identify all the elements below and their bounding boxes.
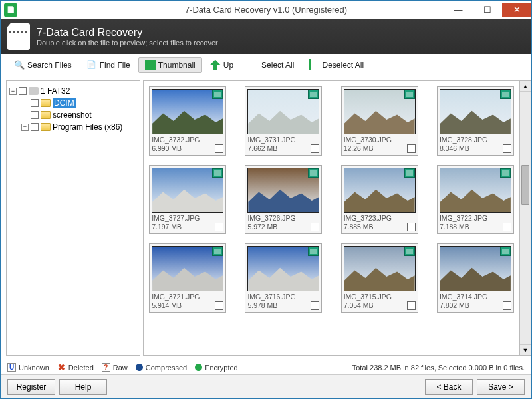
tree-checkbox[interactable]	[31, 123, 39, 131]
image-type-badge	[500, 90, 511, 99]
thumbnail-filesize: 5.914 MB	[152, 301, 223, 310]
thumbnail-filename: IMG_3722.JPG	[440, 214, 511, 223]
app-icon	[4, 3, 17, 17]
legend-deleted: ✖Deleted	[57, 363, 94, 372]
content-area: − 1 FAT32 DCIMscreenshot+Program Files (…	[1, 76, 531, 360]
thumbnail-image	[152, 89, 223, 134]
tree-checkbox[interactable]	[19, 87, 27, 95]
thumbnail-checkbox[interactable]	[311, 144, 319, 153]
close-button[interactable]: ✕	[502, 3, 531, 17]
thumbnail-card[interactable]: IMG_3728.JPG8.346 MB	[437, 86, 514, 156]
select-all-button[interactable]: Select All	[241, 57, 301, 73]
thumbnail-card[interactable]: IMG_3731.JPG7.662 MB	[245, 86, 322, 156]
status-text: Total 238.2 MB in 82 files, Selected 0.0…	[352, 364, 525, 372]
search-files-button[interactable]: Search Files	[7, 57, 78, 73]
thumbnail-info: IMG_3715.JPG7.054 MB	[344, 293, 416, 310]
maximize-button[interactable]: ☐	[473, 3, 502, 17]
thumbnail-info: IMG_3722.JPG7.188 MB	[440, 214, 511, 231]
deselect-all-button[interactable]: Deselect All	[302, 57, 370, 73]
thumbnail-card[interactable]: IMG_3732.JPG6.990 MB	[149, 86, 226, 156]
thumbnail-checkbox[interactable]	[407, 144, 416, 153]
folder-icon	[41, 111, 51, 119]
thumbnail-filename: IMG_3723.JPG	[344, 214, 416, 223]
thumbnail-card[interactable]: IMG_3730.JPG12.26 MB	[341, 86, 418, 156]
thumbnail-info: IMG_3714.JPG7.802 MB	[440, 293, 511, 310]
image-type-badge	[404, 168, 415, 178]
register-button[interactable]: Register	[7, 379, 55, 395]
up-label: Up	[223, 61, 233, 70]
help-button[interactable]: Help	[59, 379, 107, 395]
thumbnail-checkbox[interactable]	[215, 144, 223, 153]
tree-checkbox[interactable]	[31, 99, 39, 107]
thumbnail-card[interactable]: IMG_3726.JPG5.972 MB	[245, 165, 322, 234]
thumbnail-checkbox[interactable]	[311, 301, 319, 310]
thumbnail-card[interactable]: IMG_3715.JPG7.054 MB	[341, 243, 418, 313]
footer-bar: Register Help < Back Save >	[1, 374, 531, 398]
thumbnail-info: IMG_3731.JPG7.662 MB	[247, 136, 319, 153]
scroll-track[interactable]	[520, 92, 531, 344]
thumbnail-checkbox[interactable]	[311, 223, 319, 231]
thumbnail-checkbox[interactable]	[407, 223, 416, 231]
thumbnail-label: Thumbnail	[158, 61, 196, 70]
minimize-button[interactable]: —	[444, 3, 473, 17]
thumbnail-checkbox[interactable]	[407, 301, 416, 310]
tree-item-label: DCIM	[53, 98, 76, 108]
thumbnail-image	[344, 89, 416, 134]
tree-root-label: 1 FAT32	[41, 86, 70, 96]
tree-item[interactable]: +Program Files (x86)	[9, 121, 137, 133]
tree-item[interactable]: DCIM	[9, 97, 137, 109]
thumbnail-icon	[145, 60, 156, 70]
scroll-handle[interactable]	[521, 165, 529, 205]
scroll-up-button[interactable]: ▲	[520, 81, 531, 92]
tree-root[interactable]: − 1 FAT32	[9, 85, 137, 97]
toolbar: Search Files Find File Thumbnail Up Sele…	[1, 54, 531, 76]
thumbnail-info: IMG_3726.JPG5.972 MB	[247, 214, 319, 231]
raw-icon: ?	[102, 363, 110, 372]
thumbnail-card[interactable]: IMG_3723.JPG7.885 MB	[341, 165, 418, 234]
up-icon	[210, 60, 221, 70]
image-type-badge	[500, 247, 511, 256]
thumbnail-filesize: 7.885 MB	[344, 223, 416, 231]
thumbnail-image	[440, 89, 511, 134]
encrypted-icon	[195, 364, 202, 371]
thumbnail-filesize: 7.662 MB	[247, 144, 319, 153]
tree-item-label: screenshot	[53, 110, 92, 120]
thumbnail-card[interactable]: IMG_3721.JPG5.914 MB	[149, 243, 226, 313]
scrollbar[interactable]: ▲ ▼	[520, 80, 531, 356]
tree-item[interactable]: screenshot	[9, 109, 137, 121]
save-button[interactable]: Save >	[477, 379, 525, 395]
thumbnail-checkbox[interactable]	[215, 223, 223, 231]
image-type-badge	[404, 247, 415, 256]
tree-checkbox[interactable]	[31, 111, 39, 119]
thumbnail-checkbox[interactable]	[215, 301, 223, 310]
thumbnail-card[interactable]: IMG_3714.JPG7.802 MB	[437, 243, 514, 313]
collapse-icon[interactable]: −	[9, 88, 17, 95]
thumbnail-filesize: 7.054 MB	[344, 301, 416, 310]
header-subtitle: Double click on the file to preview; sel…	[37, 39, 218, 47]
back-button[interactable]: < Back	[425, 379, 473, 395]
unknown-icon: U	[7, 363, 16, 372]
thumbnail-filesize: 8.346 MB	[440, 144, 511, 153]
find-file-button[interactable]: Find File	[80, 57, 137, 73]
thumbnail-checkbox[interactable]	[503, 144, 511, 153]
folder-tree[interactable]: − 1 FAT32 DCIMscreenshot+Program Files (…	[6, 80, 140, 356]
thumbnail-filename: IMG_3721.JPG	[152, 293, 223, 301]
search-files-label: Search Files	[27, 61, 72, 70]
image-type-badge	[500, 168, 511, 178]
thumbnail-checkbox[interactable]	[503, 301, 511, 310]
thumbnail-checkbox[interactable]	[503, 223, 511, 231]
up-button[interactable]: Up	[203, 57, 240, 73]
thumbnail-image	[344, 246, 416, 291]
scroll-down-button[interactable]: ▼	[520, 344, 531, 355]
thumbnail-filename: IMG_3727.JPG	[152, 214, 223, 223]
select-all-label: Select All	[261, 61, 294, 70]
thumbnail-card[interactable]: IMG_3727.JPG7.197 MB	[149, 165, 226, 234]
thumbnail-card[interactable]: IMG_3716.JPG5.978 MB	[245, 243, 322, 313]
thumbnail-button[interactable]: Thumbnail	[138, 57, 202, 73]
find-icon	[86, 60, 97, 70]
thumbnail-image	[152, 168, 223, 213]
thumbnail-card[interactable]: IMG_3722.JPG7.188 MB	[437, 165, 514, 234]
titlebar: 7-Data Card Recovery v1.0 (Unregistered)…	[1, 1, 531, 19]
legend-raw: ?Raw	[102, 363, 128, 372]
expand-icon[interactable]: +	[21, 124, 29, 131]
